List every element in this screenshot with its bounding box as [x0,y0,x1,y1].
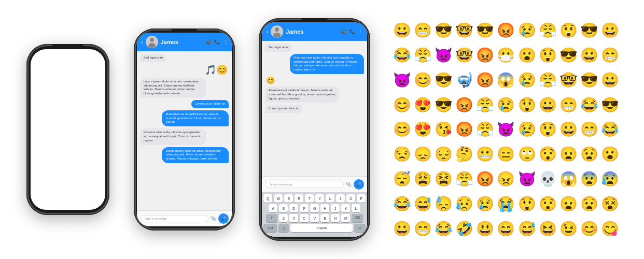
emoji-cell[interactable]: 😧 [579,192,599,216]
emoji-cell[interactable]: 😊 [392,118,412,142]
call-icon[interactable]: 📞 [349,29,355,34]
emoji-cell[interactable]: 😑 [496,142,516,166]
emoji-cell[interactable]: 😷 [496,43,516,67]
emoji-cell[interactable]: 😢 [517,118,537,142]
emoji-cell[interactable]: 😎 [600,93,620,117]
emoji-cell[interactable]: 😢 [517,68,537,92]
emoji-cell[interactable]: 😞 [413,142,433,166]
key-D[interactable]: D [289,204,298,212]
emoji-cell[interactable]: 😢 [475,192,495,216]
emoji-cell[interactable]: 😀 [579,43,599,67]
emoji-cell[interactable]: 😁 [413,18,433,42]
key-X[interactable]: X [289,214,298,222]
emoji-cell[interactable]: 🤓 [454,18,474,42]
emoji-cell[interactable]: 😤 [538,18,558,42]
emoji-cell[interactable]: 😀 [538,93,558,117]
emoji-cell[interactable]: 😁 [579,118,599,142]
emoji-cell[interactable]: 😤 [413,43,433,67]
emoji-cell[interactable]: 😃 [475,217,495,241]
emoji-cell[interactable]: 😅 [517,217,537,241]
emoji-cell[interactable]: 😎 [433,18,454,42]
key-J[interactable]: J [331,204,340,212]
emoji-cell[interactable]: 😊 [413,68,433,92]
emoji-cell[interactable]: 😢 [496,93,516,117]
key-O[interactable]: O [346,194,355,203]
emoji-cell[interactable]: 💀 [538,167,558,191]
emoji-cell[interactable]: 😎 [579,18,599,42]
key-space-english[interactable]: English [290,224,353,232]
emoji-cell[interactable]: 😔 [433,142,454,166]
emoji-cell[interactable]: 😡 [454,118,474,142]
back-button[interactable]: ‹ [266,28,268,35]
emoji-cell[interactable]: 😫 [433,167,454,191]
key-B[interactable]: B [320,214,329,222]
emoji-cell[interactable]: 😎 [433,93,454,117]
emoji-cell[interactable]: 😴 [392,167,412,191]
emoji-cell[interactable]: 😵 [600,192,620,216]
key-M[interactable]: M [341,214,350,222]
key-Y[interactable]: Y [315,194,324,203]
emoji-cell[interactable]: 😍 [413,93,433,117]
emoji-cell[interactable]: 😡 [475,43,495,67]
emoji-cell[interactable]: 👿 [496,118,516,142]
emoji-cell[interactable]: 😯 [538,192,558,216]
emoji-cell[interactable]: 😯 [538,142,558,166]
key-P[interactable]: P [357,194,366,203]
key-S[interactable]: S [279,204,288,212]
emoji-cell[interactable]: 😡 [475,68,495,92]
emoji-cell[interactable]: 😭 [496,192,516,216]
emoji-cell[interactable]: 😩 [413,167,433,191]
attach-icon[interactable]: 📎 [211,216,216,221]
key-H[interactable]: H [320,204,329,212]
key-L[interactable]: L [352,204,360,212]
emoji-cell[interactable]: 😲 [558,18,579,42]
emoji-cell[interactable]: 😁 [558,93,579,117]
emoji-cell[interactable]: 😧 [579,142,599,166]
emoji-cell[interactable]: 😦 [558,192,579,216]
emoji-cell[interactable]: 😅 [413,192,433,216]
emoji-cell[interactable]: 😎 [579,68,599,92]
emoji-cell[interactable]: 😂 [392,192,412,216]
emoji-cell[interactable]: 👿 [433,43,454,67]
emoji-cell[interactable]: 😮 [517,43,537,67]
key-return[interactable]: ↵ [354,224,366,232]
emoji-cell[interactable]: 😁 [413,217,433,241]
emoji-cell[interactable]: 😡 [496,18,516,42]
emoji-cell[interactable]: 😤 [538,68,558,92]
emoji-cell[interactable]: 👿 [517,167,537,191]
emoji-cell[interactable]: 😡 [454,93,474,117]
emoji-cell[interactable]: 😎 [558,43,579,67]
emoji-cell[interactable]: 🤓 [558,68,579,92]
emoji-cell[interactable]: 😊 [579,217,599,241]
emoji-cell[interactable]: 😢 [517,18,537,42]
emoji-cell[interactable]: 😂 [392,43,412,67]
emoji-cell[interactable]: 😤 [475,93,495,117]
emoji-cell[interactable]: 😨 [579,167,599,191]
key-F[interactable]: F [300,204,309,212]
emoji-cell[interactable]: 😲 [538,43,558,67]
emoji-cell[interactable]: 😁 [600,43,620,67]
emoji-cell[interactable]: 😲 [517,192,537,216]
emoji-cell[interactable]: 😄 [496,217,516,241]
more-options-icon[interactable]: ⋮ [358,29,363,34]
key-C[interactable]: C [300,214,309,222]
emoji-cell[interactable]: 😀 [600,68,620,92]
emoji-cell[interactable]: 🙄 [517,142,537,166]
emoji-cell[interactable]: 😆 [538,217,558,241]
key-K[interactable]: K [341,204,350,212]
emoji-cell[interactable]: 😰 [600,167,620,191]
emoji-cell[interactable]: 😎 [475,18,495,42]
emoji-cell[interactable]: 😂 [433,217,454,241]
emoji-cell[interactable]: 😍 [413,118,433,142]
emoji-cell[interactable]: 😦 [558,142,579,166]
emoji-cell[interactable]: 😎 [433,68,454,92]
emoji-cell[interactable]: 😀 [392,217,412,241]
key-V[interactable]: V [310,214,319,222]
emoji-cell[interactable]: 😲 [517,93,537,117]
emoji-cell[interactable]: 😋 [600,217,620,241]
more-options-icon[interactable]: ⋮ [223,39,228,45]
emoji-cell[interactable]: 😀 [392,18,412,42]
key-emoji[interactable]: ☺ [278,224,289,232]
emoji-cell[interactable]: 😓 [433,192,454,216]
key-I[interactable]: I [336,194,345,203]
